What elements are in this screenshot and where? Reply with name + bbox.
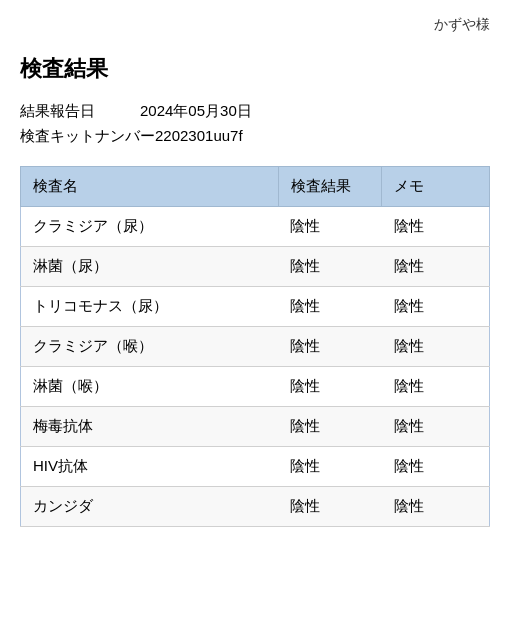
cell-test-result: 陰性: [278, 327, 381, 367]
kit-value: 2202301uu7f: [155, 127, 243, 144]
cell-test-result: 陰性: [278, 407, 381, 447]
cell-test-name: トリコモナス（尿）: [21, 287, 279, 327]
cell-test-name: クラミジア（喉）: [21, 327, 279, 367]
cell-test-name: クラミジア（尿）: [21, 207, 279, 247]
cell-test-memo: 陰性: [382, 207, 490, 247]
cell-test-memo: 陰性: [382, 327, 490, 367]
table-row: 淋菌（尿）陰性陰性: [21, 247, 490, 287]
results-table: 検査名 検査結果 メモ クラミジア（尿）陰性陰性淋菌（尿）陰性陰性トリコモナス（…: [20, 166, 490, 527]
table-row: トリコモナス（尿）陰性陰性: [21, 287, 490, 327]
date-row: 結果報告日 2024年05月30日: [20, 102, 490, 121]
cell-test-result: 陰性: [278, 207, 381, 247]
table-row: クラミジア（尿）陰性陰性: [21, 207, 490, 247]
cell-test-memo: 陰性: [382, 447, 490, 487]
user-greeting: かずや様: [20, 16, 490, 34]
cell-test-memo: 陰性: [382, 287, 490, 327]
table-header-row: 検査名 検査結果 メモ: [21, 167, 490, 207]
cell-test-result: 陰性: [278, 447, 381, 487]
cell-test-name: HIV抗体: [21, 447, 279, 487]
col-header-name: 検査名: [21, 167, 279, 207]
table-row: クラミジア（喉）陰性陰性: [21, 327, 490, 367]
cell-test-name: 淋菌（喉）: [21, 367, 279, 407]
cell-test-result: 陰性: [278, 367, 381, 407]
cell-test-memo: 陰性: [382, 487, 490, 527]
cell-test-result: 陰性: [278, 487, 381, 527]
cell-test-name: 梅毒抗体: [21, 407, 279, 447]
kit-row: 検査キットナンバー 2202301uu7f: [20, 127, 490, 146]
cell-test-memo: 陰性: [382, 367, 490, 407]
table-row: カンジダ陰性陰性: [21, 487, 490, 527]
info-section: 結果報告日 2024年05月30日 検査キットナンバー 2202301uu7f: [20, 102, 490, 146]
cell-test-memo: 陰性: [382, 407, 490, 447]
cell-test-name: カンジダ: [21, 487, 279, 527]
table-row: 梅毒抗体陰性陰性: [21, 407, 490, 447]
kit-label: 検査キットナンバー: [20, 127, 155, 146]
col-header-memo: メモ: [382, 167, 490, 207]
cell-test-result: 陰性: [278, 247, 381, 287]
date-value: 2024年05月30日: [140, 102, 252, 121]
table-row: 淋菌（喉）陰性陰性: [21, 367, 490, 407]
table-row: HIV抗体陰性陰性: [21, 447, 490, 487]
cell-test-result: 陰性: [278, 287, 381, 327]
page-title: 検査結果: [20, 54, 490, 84]
date-label: 結果報告日: [20, 102, 140, 121]
cell-test-name: 淋菌（尿）: [21, 247, 279, 287]
cell-test-memo: 陰性: [382, 247, 490, 287]
col-header-result: 検査結果: [278, 167, 381, 207]
